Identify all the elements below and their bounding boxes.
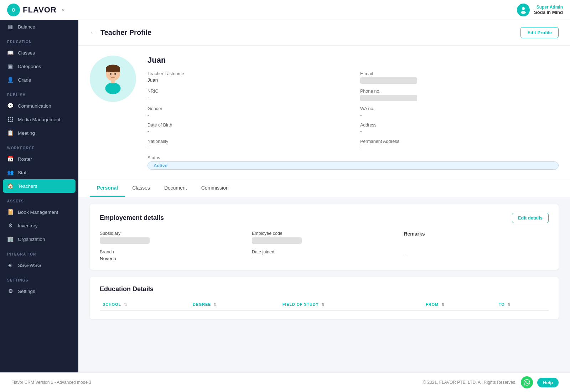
tabs-bar: PersonalClassesDocumentCommission [78, 180, 570, 197]
svg-point-9 [110, 73, 112, 75]
logo-area: FLAVOR « [7, 4, 65, 16]
footer-right: © 2021, FLAVOR PTE. LTD. All Rights Rese… [423, 376, 559, 388]
tab-personal[interactable]: Personal [90, 180, 125, 197]
sidebar-label-media: Media Management [18, 117, 60, 122]
svg-point-4 [522, 7, 525, 10]
sidebar-label-staff: Staff [18, 170, 28, 175]
sidebar-item-media[interactable]: 🖼Media Management [0, 113, 78, 126]
meeting-icon: 📋 [7, 130, 14, 136]
employment-section: Employement details Edit details Subsidi… [90, 204, 559, 270]
organization-icon: 🏢 [7, 236, 14, 242]
edit-details-button[interactable]: Edit details [512, 213, 549, 223]
page-title: Teacher Profile [100, 29, 151, 37]
help-button[interactable]: Help [537, 378, 559, 387]
tab-document[interactable]: Document [157, 180, 194, 197]
sidebar-item-staff[interactable]: 👥Staff [0, 166, 78, 179]
sidebar-label-classes: Classes [18, 50, 35, 56]
collapse-icon[interactable]: « [62, 7, 65, 13]
sidebar-section-label: SETTINGS [0, 272, 78, 284]
profile-field-right-0: E-mail [360, 71, 559, 84]
sidebar-item-communication[interactable]: 💬Communication [0, 99, 78, 113]
sidebar-section-label: INTEGRATION [0, 246, 78, 258]
sidebar-label-meeting: Meeting [18, 130, 35, 136]
tab-classes[interactable]: Classes [125, 180, 157, 197]
sort-icon: ⇅ [124, 303, 127, 306]
tab-commission[interactable]: Commission [194, 180, 236, 197]
profile-field-left-0: Teacher LastnameJuan [147, 71, 346, 84]
balance-icon: ▦ [7, 24, 14, 30]
copyright-text: © 2021, FLAVOR PTE. LTD. All Rights Rese… [423, 380, 517, 385]
teachers-icon: 🏠 [7, 183, 14, 189]
sidebar-item-inventory[interactable]: ⚙Inventory [0, 219, 78, 232]
edit-profile-button[interactable]: Edit Profile [520, 27, 559, 38]
edu-col-field-of-study[interactable]: FIELD OF STUDY ⇅ [280, 299, 423, 310]
sidebar-label-teachers: Teachers [18, 184, 37, 189]
sort-icon: ⇅ [507, 303, 511, 306]
logo-text: FLAVOR [23, 5, 57, 15]
logo-icon [7, 4, 20, 16]
section-header: Employement details Edit details [100, 213, 549, 223]
profile-info-card: Juan Teacher LastnameJuanE-mailNRIC-Phon… [78, 46, 570, 180]
categories-icon: ▣ [7, 63, 14, 69]
user-info: Super Admin Soda In Mind [534, 5, 563, 15]
back-arrow-btn[interactable]: ← [90, 29, 97, 37]
grade-icon: 👤 [7, 77, 14, 83]
sidebar-item-organization[interactable]: 🏢Organization [0, 232, 78, 246]
sidebar-item-ssg-wsg[interactable]: ◈SSG-WSG [0, 258, 78, 272]
edu-col-to[interactable]: TO ⇅ [496, 299, 549, 310]
sidebar-label-ssg-wsg: SSG-WSG [18, 263, 41, 268]
sidebar-item-categories[interactable]: ▣Categories [0, 60, 78, 73]
emp-field-1: Employee code [252, 231, 397, 244]
emp-field-4: Date joined- [252, 249, 397, 261]
version-text: Flavor CRM Version 1 - Advanced mode 3 [11, 380, 91, 385]
back-title: ← Teacher Profile [90, 29, 151, 37]
svg-point-11 [105, 83, 120, 94]
svg-rect-8 [106, 68, 120, 72]
profile-field-left-2: Gender- [147, 106, 346, 118]
whatsapp-button[interactable] [521, 376, 533, 388]
emp-field-0: Subsidiary [100, 231, 245, 244]
sidebar-label-inventory: Inventory [18, 223, 38, 228]
roster-icon: 📅 [7, 156, 14, 162]
sidebar-label-categories: Categories [18, 64, 41, 69]
sidebar-label-communication: Communication [18, 103, 51, 109]
user-role: Super Admin [534, 5, 563, 10]
sidebar-item-book-management[interactable]: 📔Book Management [0, 205, 78, 219]
sidebar-item-classes[interactable]: 📖Classes [0, 46, 78, 60]
status-badge: Active [147, 161, 559, 170]
profile-top: Juan Teacher LastnameJuanE-mailNRIC-Phon… [90, 56, 559, 170]
content-area: ← Teacher Profile Edit Profile [78, 20, 570, 372]
user-name: Soda In Mind [534, 10, 563, 15]
emp-field-2: Remarks [404, 231, 549, 244]
profile-field-right-2: WA no.- [360, 106, 559, 118]
employment-grid: SubsidiaryEmployee codeRemarksBranchNove… [100, 231, 549, 261]
sidebar-item-grade[interactable]: 👤Grade [0, 73, 78, 87]
user-avatar [517, 4, 530, 16]
edu-col-school[interactable]: SCHOOL ⇅ [100, 299, 190, 310]
svg-point-10 [114, 73, 116, 75]
emp-field-3: BranchNovena [100, 249, 245, 261]
svg-point-5 [521, 11, 526, 14]
sidebar-label-organization: Organization [18, 237, 45, 242]
sort-icon: ⇅ [214, 303, 217, 306]
sort-icon: ⇅ [441, 303, 445, 306]
avatar [90, 56, 136, 102]
sidebar-section-label: PUBLISH [0, 87, 78, 99]
edu-col-degree[interactable]: DEGREE ⇅ [190, 299, 280, 310]
sidebar-item-balance[interactable]: ▦Balance [0, 20, 78, 33]
svg-point-2 [13, 9, 15, 11]
profile-field-right-3: Address- [360, 123, 559, 134]
sidebar-item-roster[interactable]: 📅Roster [0, 152, 78, 166]
profile-header-card: ← Teacher Profile Edit Profile [78, 20, 570, 46]
sidebar-item-meeting[interactable]: 📋Meeting [0, 126, 78, 140]
education-title: Education Details [100, 285, 549, 293]
media-icon: 🖼 [7, 116, 14, 123]
svg-rect-12 [111, 80, 115, 83]
sidebar-label-settings: Settings [18, 289, 35, 294]
sidebar-item-teachers[interactable]: 🏠Teachers [3, 179, 76, 193]
profile-field-right-1: Phone no. [360, 89, 559, 101]
emp-field-5: - [404, 249, 549, 261]
profile-details: Juan Teacher LastnameJuanE-mailNRIC-Phon… [147, 56, 559, 170]
edu-col-from[interactable]: FROM ⇅ [423, 299, 496, 310]
sidebar-item-settings[interactable]: ⚙Settings [0, 284, 78, 298]
